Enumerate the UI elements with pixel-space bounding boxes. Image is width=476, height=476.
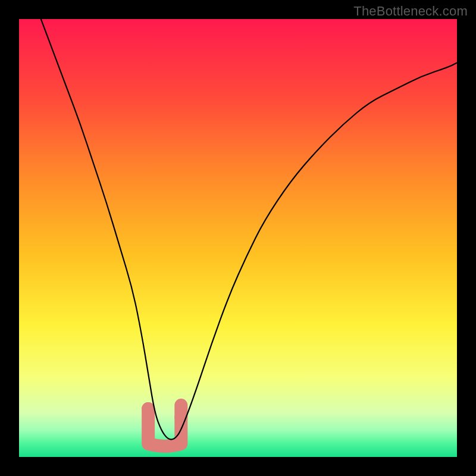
plot-area	[19, 19, 457, 457]
bottleneck-chart	[19, 19, 457, 457]
chart-container: TheBottleneck.com	[0, 0, 476, 476]
watermark-text: TheBottleneck.com	[353, 4, 468, 19]
gradient-background	[19, 19, 457, 457]
